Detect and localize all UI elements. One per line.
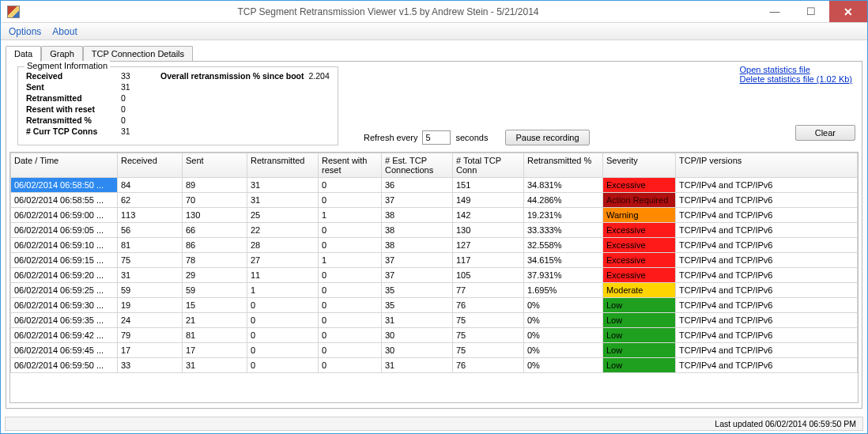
cell-est-conns: 38 [382, 223, 453, 238]
maximize-button[interactable]: ☐ [793, 1, 829, 22]
cell-retransmitted-pct: 32.558% [524, 238, 603, 253]
table-row[interactable]: 06/02/2014 06:58:50 ...84893103615134.83… [11, 178, 858, 193]
table-row[interactable]: 06/02/2014 06:59:30 ...19150035760%LowTC… [11, 298, 858, 313]
segment-information-title: Segment Information [25, 61, 110, 70]
cell-retransmitted: 25 [247, 208, 319, 223]
cell-retransmitted: 0 [247, 298, 319, 313]
refresh-interval-input[interactable] [422, 130, 451, 145]
window-buttons: — ☐ ✕ [757, 1, 867, 22]
clear-button[interactable]: Clear [795, 125, 855, 141]
resent-reset-value: 0 [121, 104, 153, 115]
cell-received: 79 [118, 328, 183, 343]
cell-tcpip-versions: TCP/IPv4 and TCP/IPv6 [676, 223, 858, 238]
table-row[interactable]: 06/02/2014 06:59:45 ...17170030750%LowTC… [11, 343, 858, 358]
cell-datetime: 06/02/2014 06:59:25 ... [11, 283, 118, 298]
cell-retransmitted-pct: 44.286% [524, 193, 603, 208]
received-label: Received [26, 70, 121, 81]
cell-retransmitted-pct: 0% [524, 313, 603, 328]
curr-conns-label: # Curr TCP Conns [26, 126, 121, 137]
cell-resent-reset: 1 [319, 208, 382, 223]
refresh-label-after: seconds [455, 133, 488, 142]
col-retransmitted[interactable]: Retransmitted [247, 153, 319, 178]
cell-retransmitted: 28 [247, 238, 319, 253]
cell-sent: 29 [183, 268, 247, 283]
menu-options[interactable]: Options [9, 26, 41, 37]
delete-statistics-link[interactable]: Delete statistics file (1.02 Kb) [740, 74, 852, 84]
cell-resent-reset: 0 [319, 223, 382, 238]
col-datetime[interactable]: Date / Time [11, 153, 118, 178]
close-button[interactable]: ✕ [829, 1, 867, 22]
cell-est-conns: 35 [382, 298, 453, 313]
pause-recording-button[interactable]: Pause recording [505, 130, 589, 145]
cell-received: 24 [118, 313, 183, 328]
cell-tcpip-versions: TCP/IPv4 and TCP/IPv6 [676, 208, 858, 223]
cell-est-conns: 38 [382, 238, 453, 253]
data-table: Date / Time Received Sent Retransmitted … [10, 153, 858, 373]
curr-conns-value: 31 [121, 126, 153, 137]
cell-sent: 81 [183, 328, 247, 343]
cell-resent-reset: 1 [319, 253, 382, 268]
table-row[interactable]: 06/02/2014 06:58:55 ...62703103714944.28… [11, 193, 858, 208]
table-row[interactable]: 06/02/2014 06:59:05 ...56662203813033.33… [11, 223, 858, 238]
cell-datetime: 06/02/2014 06:59:00 ... [11, 208, 118, 223]
cell-retransmitted: 11 [247, 268, 319, 283]
table-row[interactable]: 06/02/2014 06:59:25 ...59591035771.695%M… [11, 283, 858, 298]
cell-sent: 130 [183, 208, 247, 223]
received-value: 33 [121, 70, 153, 81]
col-received[interactable]: Received [118, 153, 183, 178]
cell-received: 75 [118, 253, 183, 268]
sent-label: Sent [26, 81, 121, 92]
cell-datetime: 06/02/2014 06:59:42 ... [11, 328, 118, 343]
table-row[interactable]: 06/02/2014 06:59:00 ...1131302513814219.… [11, 208, 858, 223]
cell-total-conn: 149 [453, 193, 524, 208]
cell-datetime: 06/02/2014 06:59:35 ... [11, 313, 118, 328]
app-icon [7, 6, 20, 18]
cell-sent: 59 [183, 283, 247, 298]
table-row[interactable]: 06/02/2014 06:59:35 ...24210031750%LowTC… [11, 313, 858, 328]
col-est-tcp-conns[interactable]: # Est. TCP Connections [382, 153, 453, 178]
sent-value: 31 [121, 81, 153, 92]
col-severity[interactable]: Severity [603, 153, 676, 178]
tab-tcp-connection-details[interactable]: TCP Connection Details [83, 46, 193, 62]
cell-severity: Excessive [603, 268, 676, 283]
refresh-controls: Refresh every seconds Pause recording [364, 130, 590, 145]
menu-about[interactable]: About [52, 26, 77, 37]
cell-datetime: 06/02/2014 06:58:50 ... [11, 178, 118, 193]
minimize-button[interactable]: — [757, 1, 793, 22]
cell-est-conns: 31 [382, 358, 453, 373]
cell-retransmitted: 31 [247, 193, 319, 208]
status-text: Last updated 06/02/2014 06:59:50 PM [715, 419, 856, 428]
cell-tcpip-versions: TCP/IPv4 and TCP/IPv6 [676, 178, 858, 193]
cell-total-conn: 76 [453, 298, 524, 313]
cell-received: 31 [118, 268, 183, 283]
cell-datetime: 06/02/2014 06:59:45 ... [11, 343, 118, 358]
cell-resent-reset: 0 [319, 193, 382, 208]
col-sent[interactable]: Sent [183, 153, 247, 178]
statistics-links: Open statistics file Delete statistics f… [740, 65, 852, 84]
col-retransmitted-pct[interactable]: Retransmitted % [524, 153, 603, 178]
cell-received: 56 [118, 223, 183, 238]
cell-retransmitted-pct: 34.831% [524, 178, 603, 193]
table-row[interactable]: 06/02/2014 06:59:10 ...81862803812732.55… [11, 238, 858, 253]
tab-content: Segment Information Received 33 Overall … [6, 61, 862, 409]
cell-severity: Excessive [603, 253, 676, 268]
menubar: Options About [1, 23, 867, 40]
segment-information-group: Segment Information Received 33 Overall … [17, 66, 338, 145]
cell-received: 19 [118, 298, 183, 313]
table-row[interactable]: 06/02/2014 06:59:15 ...75782713711734.61… [11, 253, 858, 268]
col-total-tcp-conn[interactable]: # Total TCP Conn [453, 153, 524, 178]
table-row[interactable]: 06/02/2014 06:59:42 ...79810030750%LowTC… [11, 328, 858, 343]
table-row[interactable]: 06/02/2014 06:59:20 ...31291103710537.93… [11, 268, 858, 283]
table-row[interactable]: 06/02/2014 06:59:50 ...33310031760%LowTC… [11, 358, 858, 373]
col-tcpip-versions[interactable]: TCP/IP versions [676, 153, 858, 178]
cell-retransmitted-pct: 0% [524, 298, 603, 313]
tab-data[interactable]: Data [6, 46, 41, 62]
open-statistics-link[interactable]: Open statistics file [740, 65, 852, 74]
cell-severity: Moderate [603, 283, 676, 298]
cell-retransmitted: 0 [247, 313, 319, 328]
cell-sent: 21 [183, 313, 247, 328]
data-table-wrap: Date / Time Received Sent Retransmitted … [9, 152, 859, 403]
col-resent-reset[interactable]: Resent with reset [319, 153, 382, 178]
cell-severity: Low [603, 358, 676, 373]
tab-graph[interactable]: Graph [41, 46, 83, 62]
